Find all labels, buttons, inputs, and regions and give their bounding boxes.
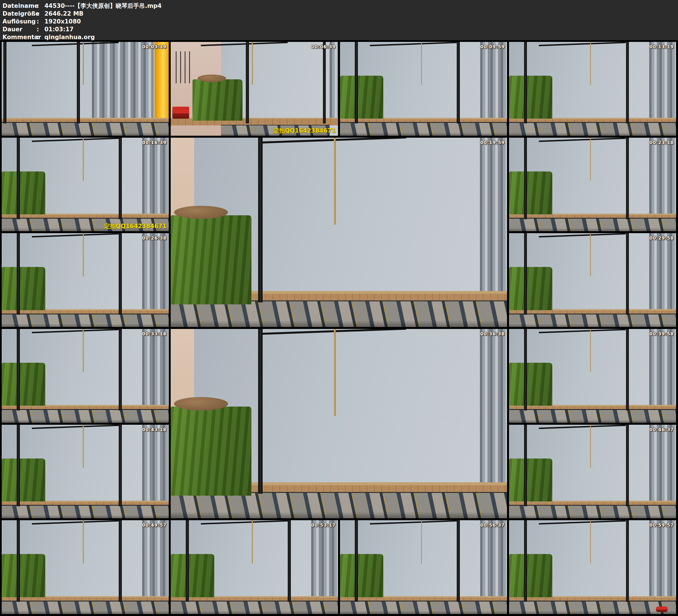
meta-label: Dauer xyxy=(2,26,37,33)
rug xyxy=(340,601,507,614)
yellow-column xyxy=(154,42,169,123)
curtain xyxy=(330,42,338,123)
green-cloth-table xyxy=(2,363,45,406)
frame-pole xyxy=(77,42,80,123)
video-thumbnail: 00:03:19 xyxy=(2,42,169,136)
frame-pole xyxy=(17,233,20,315)
video-thumbnail: 00:26:38 xyxy=(2,233,169,327)
green-cloth-table xyxy=(509,363,553,406)
video-thumbnail: 00:06:39 定拍QQ1642384671 xyxy=(171,42,338,136)
thumbnail-scene xyxy=(2,520,169,614)
thumbnail-scene xyxy=(2,425,169,518)
thumbnail-scene xyxy=(509,329,676,423)
video-thumbnail: 00:46:37 xyxy=(509,425,676,518)
timestamp-overlay: 00:43:18 xyxy=(142,427,167,432)
green-cloth-table xyxy=(509,459,553,502)
video-thumbnail: 00:29:58 xyxy=(509,233,676,327)
video-thumbnail: 00:53:17 xyxy=(171,520,338,614)
video-thumbnail: 00:19:59 xyxy=(171,138,507,327)
suspension-rope xyxy=(334,329,336,416)
rug xyxy=(509,505,676,518)
frame-pole xyxy=(524,329,527,411)
thumbnail-scene xyxy=(171,520,338,614)
file-meta-row-duration: Dauer:01:03:17 xyxy=(2,26,678,33)
green-cloth-table xyxy=(509,171,553,215)
suspension-rope xyxy=(590,138,591,181)
thumbnail-scene xyxy=(509,520,676,614)
frame-top-bar xyxy=(201,520,288,525)
timestamp-overlay: 00:53:17 xyxy=(311,523,336,528)
thumbnail-scene xyxy=(2,42,169,136)
file-meta-row-filename: Dateiname:44530----【李大侠原创】晓琴后手吊.mp4 xyxy=(2,2,678,10)
video-thumbnail: 00:09:59 xyxy=(340,42,507,136)
timestamp-overlay: 00:06:39 xyxy=(311,44,336,49)
rug xyxy=(2,122,169,136)
timestamp-overlay: 00:49:57 xyxy=(142,523,167,528)
rug xyxy=(2,601,169,614)
rug xyxy=(509,601,676,614)
rug xyxy=(509,218,676,231)
frame-pole xyxy=(626,520,629,602)
frame-top-bar xyxy=(258,138,406,144)
thumbnail-scene xyxy=(171,42,338,136)
suspension-rope xyxy=(252,42,253,85)
green-cloth-table xyxy=(2,554,45,597)
timestamp-overlay: 00:46:37 xyxy=(649,427,674,432)
frame-pole xyxy=(3,42,6,123)
video-thumbnail: 00:43:18 xyxy=(2,425,169,518)
frame-top-bar xyxy=(539,233,626,238)
timestamp-overlay: 00:13:19 xyxy=(649,44,674,49)
frame-top-bar xyxy=(32,425,119,429)
file-info-header: Dateiname:44530----【李大侠原创】晓琴后手吊.mp4 Date… xyxy=(0,0,678,40)
frame-pole xyxy=(626,329,629,411)
thumbnail-scene xyxy=(2,329,169,423)
timestamp-overlay: 00:33:18 xyxy=(142,331,167,337)
frame-pole xyxy=(626,233,629,315)
frame-pole xyxy=(355,520,358,602)
frame-pole xyxy=(246,42,249,123)
curtain xyxy=(649,520,676,602)
meta-separator: : xyxy=(37,2,44,10)
meta-separator: : xyxy=(37,10,44,17)
green-cloth-table xyxy=(171,215,252,304)
curtain xyxy=(142,425,169,506)
frame-pole xyxy=(626,425,629,506)
suspension-rope xyxy=(590,329,591,372)
frame-pole xyxy=(119,520,122,602)
thumbnail-scene xyxy=(509,233,676,327)
green-cloth-table xyxy=(2,267,45,310)
frame-top-bar xyxy=(32,138,119,142)
frame-top-bar xyxy=(539,329,626,334)
video-thumbnail: 00:33:18 xyxy=(2,329,169,423)
frame-top-bar xyxy=(539,138,626,142)
suspension-rope xyxy=(590,233,591,276)
contact-sheet: { "page": { "background": "#000000", "de… xyxy=(0,0,678,616)
frame-top-bar xyxy=(32,233,119,238)
meta-separator: : xyxy=(37,33,44,41)
frame-top-bar xyxy=(32,329,119,334)
meta-value-duration: 01:03:17 xyxy=(44,26,73,33)
green-cloth-table xyxy=(2,459,45,502)
red-bench xyxy=(173,107,189,119)
frame-pole xyxy=(258,329,263,494)
suspension-rope xyxy=(590,520,591,563)
rug xyxy=(509,409,676,422)
thumbnail-scene xyxy=(2,233,169,327)
video-thumbnail: 00:56:37 xyxy=(340,520,507,614)
cushion xyxy=(174,206,228,219)
frame-pole xyxy=(17,138,20,219)
green-cloth-table xyxy=(171,554,214,597)
frame-pole xyxy=(457,42,460,123)
meta-value-filesize: 2646.22 MB xyxy=(44,10,83,17)
suspension-rope xyxy=(83,329,84,372)
green-cloth-table xyxy=(340,554,383,597)
timestamp-overlay: 00:36:38 xyxy=(480,331,505,337)
rug xyxy=(171,301,507,327)
timestamp-overlay: 00:59:57 xyxy=(649,523,674,528)
rug xyxy=(509,314,676,327)
rug xyxy=(2,505,169,518)
green-cloth-table xyxy=(340,76,383,119)
suspension-rope xyxy=(421,520,422,563)
suspension-rope xyxy=(83,138,84,181)
suspension-rope xyxy=(83,42,84,85)
